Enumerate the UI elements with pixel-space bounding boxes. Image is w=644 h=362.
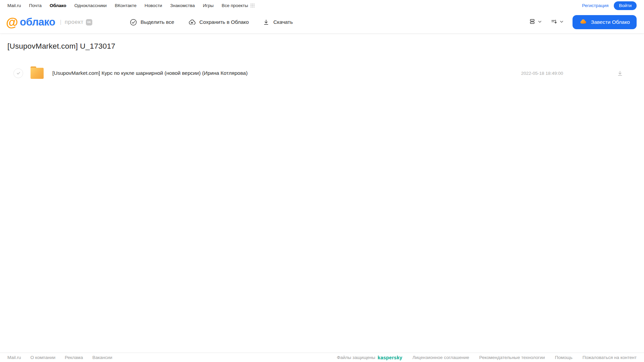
logo-separator: | [60,19,61,25]
select-all-label: Выделить все [141,19,174,25]
all-projects-label: Все проекты [221,3,248,8]
footer-link-license[interactable]: Лицензионное соглашение [412,355,469,360]
sort-dropdown[interactable] [551,18,564,26]
grid-dots-icon [250,3,255,8]
footer-link-mailru[interactable]: Mail.ru [7,355,21,360]
view-mode-dropdown[interactable] [529,18,542,26]
app-header: @ облако | проект VK Выделить все [0,11,644,33]
protected-label: Файлы защищены [337,355,376,360]
view-mode-icon [529,18,536,26]
save-to-cloud-label: Сохранить в Облако [199,19,249,25]
get-cloud-label: Завести Облако [591,19,630,25]
file-name-link[interactable]: [UsupovMarket.com] Курс по кукле шарнирн… [52,70,521,76]
row-checkbox[interactable] [13,68,23,78]
folder-icon [31,68,44,79]
check-icon [16,71,21,75]
footer-link-ads[interactable]: Реклама [65,355,83,360]
chevron-down-icon [538,19,542,25]
main-content: [UsupovMarket.com] U_173017 [UsupovMarke… [0,42,644,83]
footer-link-jobs[interactable]: Вакансии [92,355,112,360]
logo-wordmark: облако [20,16,55,28]
file-date: 2022-05-18 18:49:00 [521,71,563,76]
get-cloud-button[interactable]: Завести Облако [573,15,637,29]
save-to-cloud-button[interactable]: Сохранить в Облако [188,18,249,26]
row-download-icon[interactable] [617,70,623,76]
toolbar: Выделить все Сохранить в Облако Скачат [130,18,293,26]
cloud-logo-icon [579,17,587,27]
cloud-upload-icon [188,18,196,26]
select-all-button[interactable]: Выделить все [130,19,174,26]
nav-link-odnoklassniki[interactable]: Одноклассники [74,3,106,8]
nav-link-dating[interactable]: Знакомства [170,3,195,8]
login-button[interactable]: Войти [614,1,637,10]
chevron-down-icon [559,19,564,25]
footer-right-links: Файлы защищены kaspersky Лицензионное со… [337,355,637,360]
footer-link-help[interactable]: Помощь [555,355,573,360]
kaspersky-protection: Файлы защищены kaspersky [337,355,402,360]
header-right: Завести Облако [529,15,637,29]
nav-link-mail[interactable]: Почта [29,3,42,8]
cloud-logo[interactable]: @ облако | проект VK [6,16,92,29]
vk-badge-icon: VK [86,19,92,25]
nav-link-vkontakte[interactable]: ВКонтакте [115,3,137,8]
check-circle-icon [130,19,137,26]
footer: Mail.ru О компании Реклама Вакансии Файл… [0,353,644,362]
nav-link-cloud[interactable]: Облако [50,3,66,8]
nav-link-all-projects[interactable]: Все проекты [221,3,255,8]
kaspersky-logo[interactable]: kaspersky [378,355,402,360]
nav-link-games[interactable]: Игры [203,3,214,8]
portal-nav: Mail.ru Почта Облако Одноклассники ВКонт… [0,0,644,11]
mailru-at-icon: @ [6,16,18,29]
download-icon [263,19,269,25]
folder-body [31,68,44,79]
nav-link-mailru[interactable]: Mail.ru [7,3,21,8]
download-button[interactable]: Скачать [263,19,293,25]
registration-link[interactable]: Регистрация [582,3,608,8]
file-row[interactable]: [UsupovMarket.com] Курс по кукле шарнирн… [7,63,637,83]
nav-link-news[interactable]: Новости [145,3,162,8]
project-label: проект [65,19,84,25]
portal-nav-links: Mail.ru Почта Облако Одноклассники ВКонт… [7,3,255,8]
page-title: [UsupovMarket.com] U_173017 [7,42,637,51]
portal-nav-right: Регистрация Войти [582,1,637,10]
footer-link-about[interactable]: О компании [31,355,55,360]
footer-link-recommendations[interactable]: Рекомендательные технологии [479,355,545,360]
footer-link-report[interactable]: Пожаловаться на контент [583,355,637,360]
sort-icon [551,18,557,26]
download-label: Скачать [273,19,293,25]
footer-left-links: Mail.ru О компании Реклама Вакансии [7,355,112,360]
